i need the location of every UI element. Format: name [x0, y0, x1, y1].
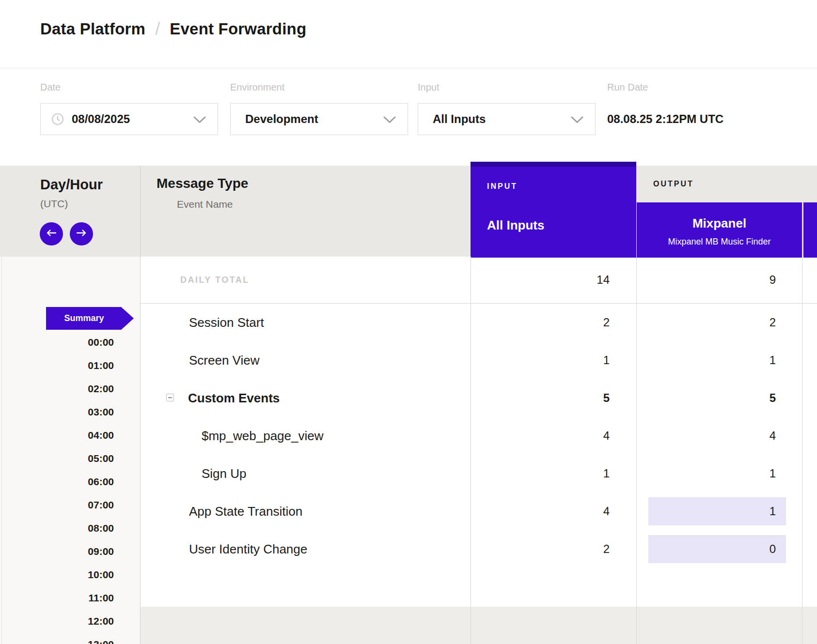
run-date-value: 08.08.25 2:12PM UTC [607, 103, 723, 135]
hour-row-label[interactable]: 01:00 [0, 354, 114, 377]
hour-row-label[interactable]: 04:00 [0, 424, 114, 447]
daily-total-label: DAILY TOTAL [180, 257, 250, 303]
day-column-divider [140, 166, 141, 644]
output-column-name: Mixpanel [637, 216, 802, 230]
hour-row-label[interactable]: 13:00 [0, 633, 114, 644]
input-select[interactable]: All Inputs [418, 103, 596, 135]
input-column-header[interactable]: INPUT All Inputs [471, 162, 636, 258]
event-label: Session Start [189, 304, 264, 341]
input-count: 5 [603, 379, 610, 417]
arrow-left-icon [46, 230, 57, 238]
table-row-child: Sign Up 1 1 [141, 455, 817, 492]
summary-row-badge[interactable]: Summary [46, 307, 134, 330]
table-row: User Identity Change 2 0 [141, 530, 817, 568]
chevron-down-icon [193, 116, 206, 125]
output-column-header-mixpanel[interactable]: Mixpanel Mixpanel MB Music Finder [637, 202, 802, 258]
table-footer-band [141, 607, 817, 644]
summary-label: Summary [64, 313, 104, 323]
hour-row-label[interactable]: 12:00 [0, 610, 114, 633]
date-select-value: 08/08/2025 [72, 112, 130, 126]
hour-row-label[interactable]: 05:00 [0, 447, 114, 470]
column-divider [802, 257, 802, 644]
previous-day-button[interactable] [40, 222, 63, 245]
daily-total-input-value: 14 [597, 257, 610, 303]
table-row: Session Start 2 2 [141, 304, 817, 341]
hour-row-label[interactable]: 09:00 [0, 540, 114, 563]
output-count: 1 [770, 455, 776, 492]
day-hour-timezone: (UTC) [40, 198, 68, 210]
table-row-child: $mp_web_page_view 4 4 [141, 417, 817, 455]
day-hour-header: Day/Hour [40, 176, 103, 193]
breadcrumb: Data Platform / Event Forwarding [40, 16, 306, 42]
hour-row-label[interactable]: 07:00 [0, 493, 114, 517]
run-date-label: Run Date [607, 81, 648, 93]
environment-filter-label: Environment [230, 81, 284, 93]
hour-list: 00:00 01:00 02:00 03:00 04:00 05:00 06:0… [0, 331, 114, 644]
event-label: $mp_web_page_view [202, 417, 324, 455]
hour-row-label[interactable]: 03:00 [0, 400, 114, 424]
table-row: Screen View 1 1 [141, 341, 817, 379]
output-count: 0 [770, 535, 776, 563]
column-divider [471, 257, 471, 644]
input-count: 4 [603, 417, 610, 455]
environment-select[interactable]: Development [230, 103, 408, 135]
event-label: App State Transition [189, 492, 302, 530]
output-count: 1 [770, 497, 776, 525]
date-filter-label: Date [40, 81, 61, 93]
arrow-right-icon [76, 230, 87, 238]
hour-row-label[interactable]: 00:00 [0, 331, 114, 354]
event-label: Screen View [189, 341, 260, 379]
input-column-accent-strip [471, 162, 636, 167]
page-title: Event Forwarding [170, 20, 306, 38]
hour-row-label[interactable]: 06:00 [0, 470, 114, 493]
input-select-value: All Inputs [433, 112, 486, 126]
input-section-label: INPUT [487, 182, 636, 191]
date-select[interactable]: 08/08/2025 [40, 103, 218, 135]
clock-icon [51, 113, 64, 125]
event-label: User Identity Change [189, 530, 307, 568]
input-count: 1 [603, 455, 610, 492]
input-count: 2 [603, 530, 610, 568]
chevron-down-icon [571, 116, 583, 125]
breadcrumb-separator: / [155, 19, 160, 39]
breadcrumb-section[interactable]: Data Platform [40, 20, 145, 38]
hour-row-label[interactable]: 11:00 [0, 586, 114, 610]
message-type-header: Message Type [157, 175, 248, 192]
output-count: 2 [770, 304, 776, 341]
output-count: 1 [770, 341, 776, 379]
table-row: App State Transition 4 1 [141, 492, 817, 530]
table-row-group: Custom Events 5 5 [141, 379, 817, 417]
output-count: 4 [770, 417, 776, 455]
daily-total-output-value: 9 [770, 257, 776, 303]
input-column-name: All Inputs [487, 218, 636, 232]
highlighted-cell [648, 535, 786, 563]
input-count: 4 [603, 492, 610, 530]
next-day-button[interactable] [70, 222, 93, 245]
input-count: 2 [603, 304, 610, 341]
input-filter-label: Input [418, 81, 439, 93]
hour-row-label[interactable]: 08:00 [0, 517, 114, 540]
collapse-minus-icon[interactable] [166, 394, 174, 401]
highlighted-cell [648, 497, 786, 525]
chevron-down-icon [383, 116, 396, 125]
output-column-header-partial [803, 202, 817, 258]
environment-select-value: Development [245, 112, 318, 126]
daily-total-row: DAILY TOTAL 14 9 [141, 257, 817, 304]
hour-row-label[interactable]: 02:00 [0, 377, 114, 400]
input-count: 1 [603, 341, 610, 379]
output-section-label: OUTPUT [653, 179, 694, 189]
event-name-subheader: Event Name [177, 199, 233, 210]
output-count: 5 [770, 379, 776, 417]
event-group-label: Custom Events [188, 379, 280, 417]
column-divider [636, 257, 637, 644]
event-label: Sign Up [202, 455, 247, 492]
header-divider [0, 68, 817, 68]
hour-row-label[interactable]: 10:00 [0, 563, 114, 586]
output-column-subtitle: Mixpanel MB Music Finder [637, 236, 802, 247]
